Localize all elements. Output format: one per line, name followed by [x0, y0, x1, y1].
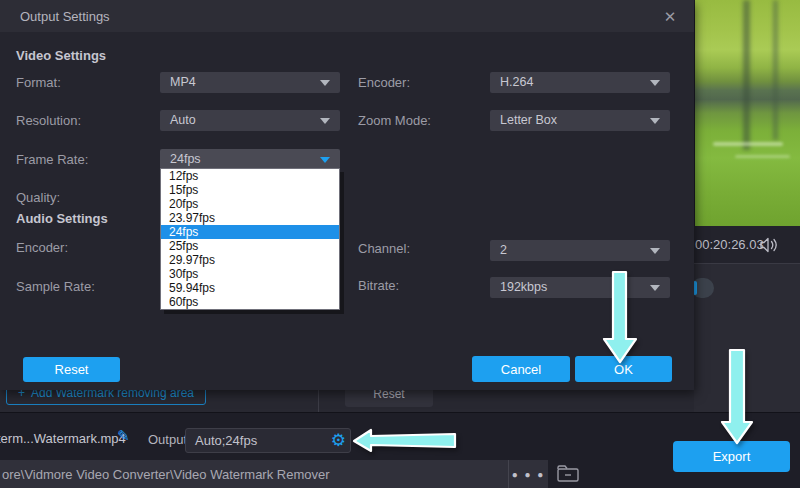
frame-rate-label: Frame Rate:: [16, 152, 88, 167]
close-icon[interactable]: ✕: [656, 6, 684, 28]
toggle-switch[interactable]: [691, 278, 714, 298]
edit-pencil-icon[interactable]: ✎: [117, 427, 130, 445]
chevron-down-icon: [320, 80, 330, 86]
output-format-value: Auto;24fps: [195, 433, 257, 448]
open-folder-icon[interactable]: [556, 464, 582, 488]
chevron-down-icon: [650, 118, 660, 124]
encoder-label: Encoder:: [358, 75, 410, 90]
dialog-title: Output Settings: [20, 9, 110, 24]
grass-highlight: [713, 142, 783, 146]
grass-highlight: [735, 155, 790, 158]
side-panel: [690, 263, 800, 412]
zoom-mode-dropdown[interactable]: Letter Box: [490, 110, 670, 131]
browse-more-button[interactable]: ● ● ●: [509, 460, 548, 488]
playback-time-bar: 00:20:26.03: [690, 226, 800, 263]
format-label: Format:: [16, 75, 61, 90]
sample-rate-label: Sample Rate:: [16, 279, 95, 294]
chevron-down-icon: [650, 80, 660, 86]
chevron-down-icon: [320, 118, 330, 124]
chevron-down-icon: [650, 285, 660, 291]
tree-reflection: [773, 0, 778, 140]
frame-rate-option[interactable]: 59.94fps: [161, 281, 339, 295]
zoom-mode-value: Letter Box: [500, 113, 557, 127]
frame-rate-option[interactable]: 30fps: [161, 267, 339, 281]
bitrate-label: Bitrate:: [358, 278, 399, 293]
frame-rate-value: 24fps: [170, 152, 201, 166]
frame-rate-option[interactable]: 23.97fps: [161, 211, 339, 225]
frame-rate-option[interactable]: 29.97fps: [161, 253, 339, 267]
resolution-label: Resolution:: [16, 113, 81, 128]
frame-rate-dropdown[interactable]: 24fps: [160, 149, 340, 169]
channel-label: Channel:: [358, 241, 410, 256]
frame-rate-option[interactable]: 20fps: [161, 197, 339, 211]
frame-rate-option-list: 12fps 15fps 20fps 23.97fps 24fps 25fps 2…: [160, 168, 340, 310]
save-path-bar: ore\Vidmore Video Converter\Video Waterm…: [0, 460, 548, 488]
quality-label: Quality:: [16, 190, 60, 205]
tree-reflection: [743, 0, 750, 150]
resolution-value: Auto: [170, 113, 196, 127]
export-button[interactable]: Export: [673, 441, 790, 472]
chevron-down-icon: [650, 248, 660, 254]
output-format-field[interactable]: Auto;24fps ⚙: [185, 428, 351, 453]
gear-icon[interactable]: ⚙: [331, 430, 346, 452]
audio-encoder-label: Encoder:: [16, 240, 68, 255]
bitrate-value: 192kbps: [500, 280, 547, 294]
output-settings-dialog: Output Settings ✕ Video Settings Format:…: [0, 0, 694, 390]
frame-rate-option[interactable]: 60fps: [161, 295, 339, 309]
frame-rate-option-selected[interactable]: 24fps: [161, 225, 339, 239]
channel-value: 2: [500, 243, 507, 257]
bitrate-dropdown[interactable]: 192kbps: [490, 277, 670, 298]
chevron-down-icon: [320, 157, 330, 163]
save-path: ore\Vidmore Video Converter\Video Waterm…: [2, 467, 330, 482]
frame-rate-option[interactable]: 15fps: [161, 183, 339, 197]
frame-rate-option[interactable]: 12fps: [161, 169, 339, 183]
reset-button[interactable]: Reset: [23, 357, 120, 382]
ok-button[interactable]: OK: [575, 356, 672, 382]
encoder-dropdown[interactable]: H.264: [490, 72, 670, 93]
timestamp: 00:20:26.03: [695, 237, 764, 252]
channel-dropdown[interactable]: 2: [490, 240, 670, 261]
output-filename: term...Watermark.mp4: [0, 431, 126, 446]
video-settings-header: Video Settings: [16, 48, 106, 63]
app-window: 00:20:26.03 + Add Watermark removing are…: [0, 0, 800, 488]
speaker-icon[interactable]: [760, 237, 780, 257]
bottom-bar: term...Watermark.mp4 ✎ Output: Auto;24fp…: [0, 412, 800, 488]
frame-rate-option[interactable]: 25fps: [161, 239, 339, 253]
cancel-button[interactable]: Cancel: [472, 356, 570, 382]
dialog-titlebar: Output Settings ✕: [0, 0, 694, 32]
format-value: MP4: [170, 75, 196, 89]
resolution-dropdown[interactable]: Auto: [160, 110, 340, 131]
zoom-mode-label: Zoom Mode:: [358, 113, 431, 128]
audio-settings-header: Audio Settings: [16, 211, 108, 226]
video-preview: [695, 0, 800, 226]
encoder-value: H.264: [500, 75, 533, 89]
format-dropdown[interactable]: MP4: [160, 72, 340, 93]
